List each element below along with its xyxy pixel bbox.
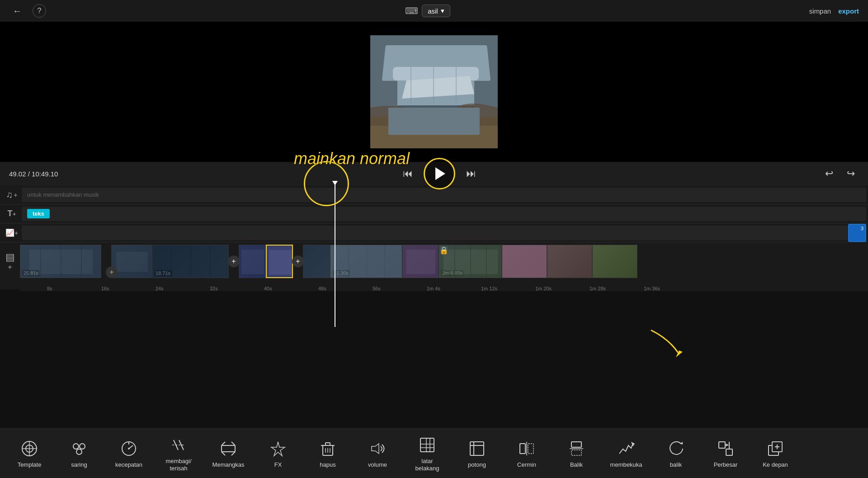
add-music-button[interactable]: ♫+ xyxy=(2,187,22,203)
tool-template[interactable]: Template xyxy=(5,431,54,476)
ruler-1m36s: 1m 36s xyxy=(644,286,660,291)
add-between-clips-2[interactable]: + xyxy=(228,256,240,267)
video-clip[interactable] xyxy=(402,245,439,278)
project-name-button[interactable]: asil ▾ xyxy=(422,5,450,17)
bottom-toolbar: Template saring kecepatan xyxy=(0,428,868,478)
video-clip[interactable] xyxy=(547,245,592,278)
tool-memangkas[interactable]: Memangkas xyxy=(203,431,253,476)
video-clip[interactable] xyxy=(502,245,547,278)
top-bar-left: ← ? xyxy=(9,3,46,19)
tool-balik-flip[interactable]: Balik xyxy=(552,431,601,476)
ke-depan-icon xyxy=(765,439,785,459)
teks-chip[interactable]: teks xyxy=(27,209,50,218)
tool-membagi[interactable]: membagi/terisah xyxy=(154,431,203,476)
svg-rect-75 xyxy=(571,442,581,447)
back-button[interactable]: ← xyxy=(9,3,25,19)
membagi-label: membagi/terisah xyxy=(165,458,191,472)
video-clip[interactable] xyxy=(592,245,637,278)
controls-bar: 49.02 / 10:49.10 ⏮ ⏭ ↩ ↪ xyxy=(0,162,868,185)
svg-rect-29 xyxy=(406,250,435,274)
add-effect-button[interactable]: 📈+ xyxy=(2,225,22,241)
svg-rect-35 xyxy=(502,245,547,278)
video-strip-row: ▤ + 25.81s + 18.71s xyxy=(0,243,868,279)
video-clip[interactable]: 25.81s xyxy=(20,245,101,278)
tool-membekuka[interactable]: membekuka xyxy=(601,431,651,476)
tool-fx[interactable]: FX xyxy=(253,431,303,476)
video-clip[interactable] xyxy=(239,245,266,278)
video-clip[interactable]: 18.71s xyxy=(152,245,229,278)
tool-saring[interactable]: saring xyxy=(54,431,104,476)
help-button[interactable]: ? xyxy=(33,4,46,18)
memangkas-label: Memangkas xyxy=(212,461,245,469)
volume-icon xyxy=(368,439,387,459)
music-placeholder: untuk menambahkan musik xyxy=(27,191,99,198)
svg-rect-81 xyxy=(726,449,732,455)
prev-button[interactable]: ⏮ xyxy=(403,168,413,180)
kecepatan-icon xyxy=(119,439,139,459)
svg-point-42 xyxy=(80,444,85,449)
ke-depan-label: Ke depan xyxy=(763,461,788,469)
saring-label: saring xyxy=(71,461,87,469)
latar-label: latarbelakang xyxy=(415,458,439,472)
preview-area xyxy=(0,22,868,162)
add-text-button[interactable]: T+ xyxy=(2,206,22,222)
svg-rect-64 xyxy=(420,438,434,452)
balik-flip-label: Balik xyxy=(570,461,583,469)
svg-rect-23 xyxy=(303,245,330,278)
video-clip[interactable]: 11.30s xyxy=(330,245,402,278)
undo-button[interactable]: ↩ xyxy=(821,166,837,182)
membagi-icon xyxy=(169,435,189,455)
tool-volume[interactable]: volume xyxy=(353,431,402,476)
effect-track: 📈+ xyxy=(0,223,868,242)
balik-reverse-label: balik xyxy=(670,461,682,469)
memangkas-icon xyxy=(218,439,238,459)
kecepatan-label: kecepatan xyxy=(115,461,142,469)
svg-rect-14 xyxy=(116,252,148,272)
tool-cermin[interactable]: Cermin xyxy=(502,431,552,476)
video-clip-selected[interactable] xyxy=(266,245,293,278)
tool-hapus[interactable]: hapus xyxy=(303,431,353,476)
svg-line-53 xyxy=(231,442,235,445)
add-clip-button[interactable]: ▤ + xyxy=(0,245,20,278)
potong-label: potong xyxy=(468,461,486,469)
video-clip[interactable]: 🔒 2m 6.03s xyxy=(439,245,502,278)
svg-point-47 xyxy=(128,448,130,450)
svg-line-55 xyxy=(231,452,235,455)
redo-button[interactable]: ↪ xyxy=(843,166,859,182)
svg-rect-51 xyxy=(222,445,235,452)
ruler-16s: 16s xyxy=(101,286,109,291)
text-track-content: teks xyxy=(22,207,866,221)
template-label: Template xyxy=(18,461,42,469)
add-between-clips-1[interactable]: + xyxy=(106,266,118,278)
hapus-icon xyxy=(318,439,338,459)
ruler-1m12s: 1m 12s xyxy=(481,286,497,291)
hapus-label: hapus xyxy=(320,461,335,469)
tool-ke-depan[interactable]: Ke depan xyxy=(750,431,800,476)
svg-line-54 xyxy=(222,452,225,455)
svg-rect-73 xyxy=(528,444,533,454)
tool-perbesar[interactable]: Perbesar xyxy=(701,431,750,476)
perbesar-label: Perbesar xyxy=(714,461,738,469)
video-frame xyxy=(370,35,498,148)
video-thumbnail xyxy=(370,35,498,148)
next-button[interactable]: ⏭ xyxy=(466,168,476,180)
svg-marker-63 xyxy=(372,444,379,454)
tool-balik-reverse[interactable]: balik xyxy=(651,431,701,476)
svg-rect-59 xyxy=(326,443,330,445)
add-between-clips-3[interactable]: + xyxy=(292,256,304,267)
svg-rect-20 xyxy=(241,250,264,274)
ruler-32s: 32s xyxy=(210,286,218,291)
tool-potong[interactable]: potong xyxy=(452,431,502,476)
svg-marker-36 xyxy=(676,350,683,357)
export-button[interactable]: export xyxy=(838,7,859,15)
template-icon xyxy=(19,439,39,459)
simpan-button[interactable]: simpan xyxy=(809,7,831,15)
top-bar: ← ? ⌨ asil ▾ simpan export xyxy=(0,0,868,22)
tool-latar[interactable]: latarbelakang xyxy=(402,431,452,476)
svg-rect-80 xyxy=(719,442,725,448)
time-display: 49.02 / 10:49.10 xyxy=(9,170,58,178)
tool-kecepatan[interactable]: kecepatan xyxy=(104,431,154,476)
video-clip[interactable] xyxy=(303,245,330,278)
play-icon xyxy=(435,167,445,180)
play-button[interactable] xyxy=(424,158,455,189)
